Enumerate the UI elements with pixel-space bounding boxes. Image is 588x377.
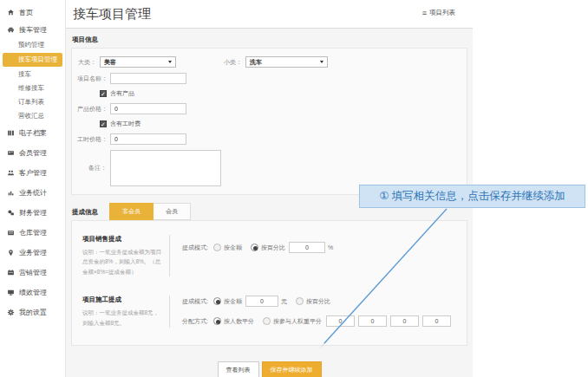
tab-member[interactable]: 会员: [154, 203, 191, 220]
bar-chart-icon: [7, 189, 15, 197]
remark-label: 备注：: [77, 164, 107, 172]
subcategory-value: 洗车: [250, 59, 262, 65]
customers-icon: [7, 169, 15, 177]
sidebar-item-label: 业务统计: [19, 188, 47, 198]
sales-commission-info: 项目销售提成 说明：一笔业务提成金额为项目总资金的8%，则输入8%。（总金额×8…: [82, 235, 170, 276]
sidebar-subitem-receive-car[interactable]: 接车: [0, 68, 65, 81]
sales-by-amount-label: 按金额: [224, 244, 242, 252]
sidebar-subitem-project-management-active[interactable]: 接车项目管理: [3, 53, 62, 67]
sidebar-item-finance[interactable]: 财务管理: [0, 203, 65, 223]
has-labor-checkbox[interactable]: ✓: [100, 120, 107, 127]
sidebar-item-label: 业务管理: [19, 248, 47, 257]
has-labor-label: 含有工时费: [110, 120, 140, 128]
project-list-label: 项目列表: [429, 9, 455, 17]
page-header: 接车项目管理 ≡ 项目列表: [66, 0, 473, 29]
category-select[interactable]: 美容: [100, 56, 176, 68]
annotation-callout: ① 填写相关信息，点击保存并继续添加: [359, 185, 585, 208]
has-product-label: 含有产品: [110, 89, 134, 98]
construction-commission-desc: 说明：一笔业务提成金额8元，则输入金额8元。: [82, 308, 162, 328]
page-title: 接车项目管理: [66, 0, 473, 28]
sidebar-item-label: 绩效管理: [19, 288, 47, 297]
project-info-caption: 项目信息: [72, 36, 467, 44]
dist-equal-label: 按人数平分: [224, 317, 254, 326]
construction-commission-title: 项目施工提成: [82, 296, 162, 304]
sidebar-item-label: 客户管理: [19, 168, 47, 178]
sales-commission-desc: 说明：一笔业务提成金额为项目总资金的8%，则输入8%。（总金额×8%=提成金额）: [82, 247, 162, 276]
list-icon: ≡: [422, 10, 427, 17]
sidebar-item-customers[interactable]: 客户管理: [0, 163, 65, 183]
sidebar-item-performance[interactable]: 绩效管理: [0, 283, 65, 302]
sidebar-item-label: 接车管理: [19, 25, 47, 35]
labor-price-input[interactable]: [110, 133, 186, 145]
archive-icon: [7, 129, 15, 137]
has-product-checkbox[interactable]: ✓: [100, 90, 107, 97]
chevron-down-icon: [168, 61, 172, 63]
sidebar-item-home[interactable]: 首页: [0, 3, 65, 21]
sales-by-amount-radio[interactable]: [213, 244, 221, 251]
tab-non-member[interactable]: 非会员: [109, 203, 154, 220]
dist-equal-radio[interactable]: [213, 317, 221, 325]
monitor-icon: [7, 289, 15, 296]
page: 首页 接车管理 预约管理 接车项目管理 接车 维修接车 订单列表 营收汇总 电子…: [0, 0, 588, 377]
sales-commission-title: 项目销售提成: [82, 235, 162, 244]
sidebar-subitem-appointment[interactable]: 预约管理: [0, 38, 65, 52]
remark-textarea[interactable]: [110, 150, 221, 186]
sidebar-item-label: 营销管理: [19, 268, 47, 277]
construction-by-percent-radio[interactable]: [296, 297, 304, 305]
subcategory-select[interactable]: 洗车: [245, 56, 328, 68]
project-info-card: 大类： 美容 小类： 洗车 项目名称：: [71, 48, 467, 195]
sidebar-item-marketing[interactable]: 营销管理: [0, 263, 65, 283]
sidebar-subitem-revenue-summary[interactable]: 营收汇总: [0, 109, 65, 123]
sales-by-percent-radio[interactable]: [251, 244, 258, 251]
warehouse-icon: [7, 229, 15, 237]
construction-commission-block: 项目施工提成 说明：一笔业务提成金额8元，则输入金额8元。 提成模式: 按金额 …: [82, 285, 458, 336]
project-name-input[interactable]: [110, 73, 186, 84]
finance-icon: [7, 209, 15, 217]
distribution-label: 分配方式:: [182, 317, 208, 326]
car-icon: [7, 26, 15, 34]
weight-input-3[interactable]: [390, 315, 419, 327]
sidebar-subitem-repair-receive[interactable]: 维修接车: [0, 81, 65, 95]
construction-amount-input[interactable]: [245, 296, 278, 307]
sidebar-item-car-management[interactable]: 接车管理: [0, 21, 65, 38]
sidebar-item-label: 电子档案: [19, 128, 47, 138]
subcategory-label: 小类：: [223, 58, 242, 67]
construction-mode-label: 提成模式:: [182, 297, 208, 306]
sidebar-item-label: 首页: [19, 8, 33, 17]
chevron-down-icon: [320, 61, 323, 63]
construction-amount-unit: 元: [281, 297, 287, 306]
dist-weight-radio[interactable]: [263, 317, 271, 325]
sales-by-percent-label: 按百分比: [261, 244, 285, 252]
view-list-button[interactable]: 查看列表: [218, 361, 259, 377]
construction-by-percent-label: 按百分比: [306, 297, 330, 306]
weight-input-4[interactable]: [422, 315, 451, 327]
product-price-input[interactable]: [110, 103, 186, 114]
construction-by-amount-label: 按金额: [224, 297, 242, 306]
sales-commission-block: 项目销售提成 说明：一笔业务提成金额为项目总资金的8%，则输入8%。（总金额×8…: [82, 224, 458, 285]
weight-input-1[interactable]: [326, 315, 355, 327]
project-name-label: 项目名称：: [77, 75, 107, 83]
gear-icon: [7, 309, 15, 316]
calendar-icon: [7, 269, 15, 276]
sidebar-item-business-stats[interactable]: 业务统计: [0, 183, 65, 203]
home-icon: [7, 9, 15, 16]
sidebar-subitem-order-list[interactable]: 订单列表: [0, 95, 65, 109]
sidebar-item-business-management[interactable]: 业务管理: [0, 243, 65, 263]
sidebar-item-warehouse[interactable]: 仓库管理: [0, 223, 65, 243]
labor-price-label: 工时价格：: [77, 135, 107, 144]
construction-by-amount-radio[interactable]: [213, 297, 221, 305]
member-card-icon: [7, 149, 15, 157]
footer-actions: 查看列表 保存并继续添加: [71, 361, 467, 377]
commission-caption: 提成信息: [72, 208, 98, 217]
sidebar-item-label: 仓库管理: [19, 228, 47, 237]
weight-input-2[interactable]: [358, 315, 387, 327]
sidebar-item-settings[interactable]: 我的设置: [0, 302, 65, 322]
sidebar-item-members[interactable]: 会员管理: [0, 143, 65, 163]
sidebar-item-archives[interactable]: 电子档案: [0, 123, 65, 143]
category-value: 美容: [104, 59, 116, 65]
sales-percent-input[interactable]: [289, 242, 325, 253]
save-and-continue-button[interactable]: 保存并继续添加: [262, 361, 322, 377]
project-list-button[interactable]: ≡ 项目列表: [422, 9, 455, 17]
sales-percent-unit: %: [328, 244, 333, 250]
sidebar: 首页 接车管理 预约管理 接车项目管理 接车 维修接车 订单列表 营收汇总 电子…: [0, 0, 66, 377]
